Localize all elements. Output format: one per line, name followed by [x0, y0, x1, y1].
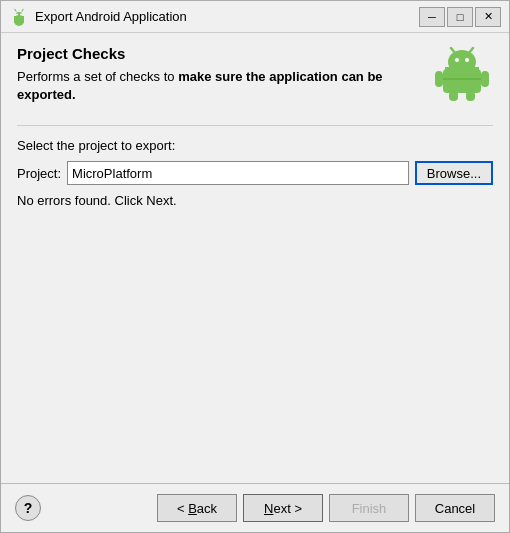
status-text: No errors found. Click Next. [17, 193, 493, 208]
svg-line-5 [15, 9, 16, 11]
android-robot-icon [433, 45, 493, 105]
svg-point-10 [465, 58, 469, 62]
svg-rect-15 [449, 91, 458, 101]
section-divider [17, 125, 493, 126]
title-icon [9, 7, 29, 27]
svg-rect-17 [445, 67, 479, 70]
svg-point-9 [455, 58, 459, 62]
help-button[interactable]: ? [15, 495, 41, 521]
cancel-button[interactable]: Cancel [415, 494, 495, 522]
svg-point-4 [20, 13, 22, 15]
description-part1: Performs a set of checks to [17, 69, 178, 84]
next-label: Next > [264, 501, 302, 516]
svg-rect-13 [435, 71, 443, 87]
project-row: Project: Browse... [17, 161, 493, 185]
project-input[interactable] [67, 161, 409, 185]
minimize-button[interactable]: ─ [419, 7, 445, 27]
next-button[interactable]: Next > [243, 494, 323, 522]
page-description: Performs a set of checks to make sure th… [17, 68, 423, 104]
back-label: < Back [177, 501, 217, 516]
window-title: Export Android Application [35, 9, 419, 24]
nav-buttons: < Back Next > Finish Cancel [157, 494, 495, 522]
bottom-bar: ? < Back Next > Finish Cancel [1, 483, 509, 532]
svg-line-11 [451, 48, 455, 53]
svg-point-3 [16, 13, 18, 15]
project-label: Project: [17, 166, 61, 181]
title-bar: Export Android Application ─ □ ✕ [1, 1, 509, 33]
svg-rect-1 [14, 16, 24, 23]
page-title: Project Checks [17, 45, 423, 62]
close-button[interactable]: ✕ [475, 7, 501, 27]
form-section: Select the project to export: Project: B… [17, 138, 493, 208]
svg-point-8 [448, 50, 476, 74]
finish-button[interactable]: Finish [329, 494, 409, 522]
back-button[interactable]: < Back [157, 494, 237, 522]
title-bar-controls: ─ □ ✕ [419, 7, 501, 27]
svg-rect-14 [481, 71, 489, 87]
header-section: Project Checks Performs a set of checks … [17, 45, 493, 105]
select-label: Select the project to export: [17, 138, 493, 153]
svg-line-6 [22, 9, 23, 11]
svg-rect-16 [466, 91, 475, 101]
maximize-button[interactable]: □ [447, 7, 473, 27]
browse-button[interactable]: Browse... [415, 161, 493, 185]
main-body [17, 216, 493, 471]
export-dialog: Export Android Application ─ □ ✕ Project… [0, 0, 510, 533]
svg-line-12 [469, 48, 473, 53]
header-text: Project Checks Performs a set of checks … [17, 45, 423, 104]
content-area: Project Checks Performs a set of checks … [1, 33, 509, 483]
